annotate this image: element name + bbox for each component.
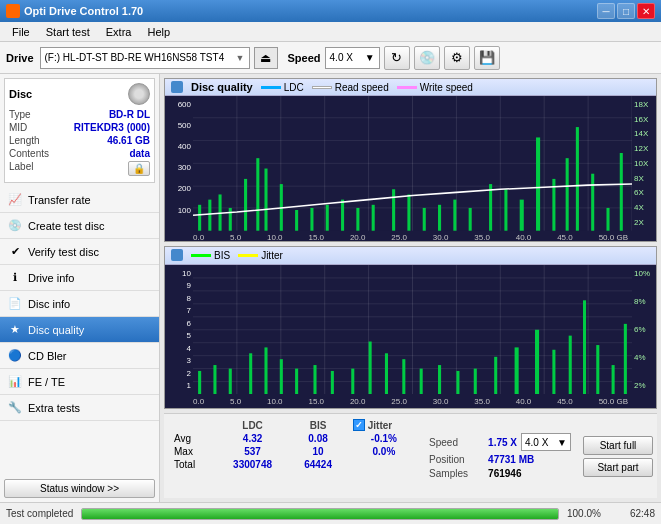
- svg-rect-90: [624, 323, 627, 394]
- sidebar-item-disc-info[interactable]: 📄 Disc info: [0, 291, 159, 317]
- disc-graphic: [128, 83, 150, 105]
- disc-label-label: Label: [9, 161, 33, 176]
- svg-rect-31: [407, 194, 410, 230]
- svg-rect-42: [576, 127, 579, 231]
- sidebar-item-fe-te[interactable]: 📊 FE / TE: [0, 369, 159, 395]
- stats-right-section: Speed 1.75 X 4.0 X ▼ Position 47731 MB S…: [429, 418, 653, 494]
- sidebar-item-transfer-rate[interactable]: 📈 Transfer rate: [0, 187, 159, 213]
- chart2-x-axis: 0.0 5.0 10.0 15.0 20.0 25.0 30.0 35.0 40…: [165, 394, 656, 408]
- content-area: Disc quality LDC Read speed Write speed: [160, 74, 661, 502]
- disc-button[interactable]: 💿: [414, 46, 440, 70]
- svg-rect-34: [453, 200, 456, 231]
- sidebar-item-disc-quality[interactable]: ★ Disc quality: [0, 317, 159, 343]
- disc-contents-label: Contents: [9, 148, 49, 159]
- max-bis: 10: [289, 445, 346, 458]
- legend-read-speed: Read speed: [312, 82, 389, 93]
- chart2-header-icon: [171, 249, 183, 261]
- stats-row-avg: Avg 4.32 0.08 -0.1%: [168, 432, 421, 445]
- speed-position-info: Speed 1.75 X 4.0 X ▼ Position 47731 MB S…: [429, 433, 571, 479]
- svg-rect-30: [392, 189, 395, 230]
- chart-header-quality: Disc quality LDC Read speed Write speed: [165, 79, 656, 96]
- menu-file[interactable]: File: [4, 24, 38, 40]
- disc-contents-value: data: [129, 148, 150, 159]
- legend-bis-color: [191, 254, 211, 257]
- disc-type-value: BD-R DL: [109, 109, 150, 120]
- chart2-y-axis-right: 10% 8% 6% 4% 2%: [632, 265, 656, 395]
- progress-bar-container: [81, 508, 559, 520]
- sidebar-item-drive-info[interactable]: ℹ Drive info: [0, 265, 159, 291]
- svg-rect-17: [208, 200, 211, 231]
- sidebar-item-verify-test-disc[interactable]: ✔ Verify test disc: [0, 239, 159, 265]
- svg-rect-27: [341, 200, 344, 231]
- sidebar-item-create-test-disc[interactable]: 💿 Create test disc: [0, 213, 159, 239]
- svg-rect-79: [438, 365, 441, 394]
- maximize-button[interactable]: □: [617, 3, 635, 19]
- svg-rect-35: [469, 208, 472, 231]
- speed-select-value: 4.0 X: [525, 437, 548, 448]
- svg-rect-20: [244, 179, 247, 231]
- speed-select-stats[interactable]: 4.0 X ▼: [521, 433, 571, 451]
- start-full-button[interactable]: Start full: [583, 436, 653, 455]
- svg-rect-75: [369, 341, 372, 394]
- samples-val: 761946: [488, 468, 521, 479]
- sidebar-item-label: Create test disc: [28, 220, 104, 232]
- drive-select[interactable]: (F:) HL-DT-ST BD-RE WH16NS58 TST4 ▼: [40, 47, 250, 69]
- col-header-empty: [168, 418, 216, 432]
- max-jitter: 0.0%: [347, 445, 421, 458]
- title-bar-left: Opti Drive Control 1.70: [6, 4, 143, 18]
- avg-bis: 0.08: [289, 432, 346, 445]
- svg-rect-19: [229, 208, 232, 231]
- menu-start-test[interactable]: Start test: [38, 24, 98, 40]
- svg-rect-73: [331, 370, 334, 394]
- start-part-button[interactable]: Start part: [583, 458, 653, 477]
- drive-label: Drive: [6, 52, 34, 64]
- legend-write-color: [397, 86, 417, 89]
- settings-button[interactable]: ⚙: [444, 46, 470, 70]
- svg-rect-32: [423, 208, 426, 231]
- disc-type-label: Type: [9, 109, 31, 120]
- status-percent: 100.0%: [567, 508, 607, 519]
- legend-bis: BIS: [191, 250, 230, 261]
- disc-mid-label: MID: [9, 122, 27, 133]
- position-row: Position 47731 MB: [429, 454, 571, 465]
- sidebar-item-label: Disc info: [28, 298, 70, 310]
- legend-jitter: Jitter: [238, 250, 283, 261]
- sidebar-item-label: Drive info: [28, 272, 74, 284]
- speed-select[interactable]: 4.0 X ▼: [325, 47, 380, 69]
- total-jitter: [347, 458, 421, 471]
- disc-lock-button[interactable]: 🔒: [128, 161, 150, 176]
- svg-rect-67: [229, 368, 232, 394]
- svg-rect-86: [569, 335, 572, 394]
- sidebar-item-extra-tests[interactable]: 🔧 Extra tests: [0, 395, 159, 421]
- save-button[interactable]: 💾: [474, 46, 500, 70]
- disc-type-row: Type BD-R DL: [9, 109, 150, 120]
- disc-contents-row: Contents data: [9, 148, 150, 159]
- disc-length-value: 46.61 GB: [107, 135, 150, 146]
- legend-ldc-color: [261, 86, 281, 89]
- chart2-main: [193, 265, 632, 395]
- eject-button[interactable]: ⏏: [254, 47, 278, 69]
- sidebar-item-cd-bler[interactable]: 🔵 CD Bler: [0, 343, 159, 369]
- minimize-button[interactable]: ─: [597, 3, 615, 19]
- menu-help[interactable]: Help: [139, 24, 178, 40]
- status-window-button[interactable]: Status window >>: [4, 479, 155, 498]
- menu-extra[interactable]: Extra: [98, 24, 140, 40]
- jitter-checkbox[interactable]: ✓: [353, 419, 365, 431]
- total-label: Total: [168, 458, 216, 471]
- chart1-x-axis: 0.0 5.0 10.0 15.0 20.0 25.0 30.0 35.0 40…: [165, 231, 656, 242]
- svg-rect-21: [256, 158, 259, 231]
- drive-info-icon: ℹ: [8, 271, 22, 285]
- total-bis: 64424: [289, 458, 346, 471]
- close-button[interactable]: ✕: [637, 3, 655, 19]
- chart-header-bis: BIS Jitter: [165, 247, 656, 265]
- svg-rect-77: [402, 359, 405, 394]
- svg-rect-41: [566, 158, 569, 231]
- svg-rect-71: [295, 368, 298, 394]
- chart1-inner: 600 500 400 300 200 100: [165, 96, 656, 231]
- chart2-inner: 10 9 8 7 6 5 4 3 2 1: [165, 265, 656, 395]
- svg-rect-70: [280, 359, 283, 394]
- svg-rect-65: [198, 370, 201, 394]
- chart1-svg: [193, 96, 632, 231]
- refresh-button[interactable]: ↻: [384, 46, 410, 70]
- legend-ldc-label: LDC: [284, 82, 304, 93]
